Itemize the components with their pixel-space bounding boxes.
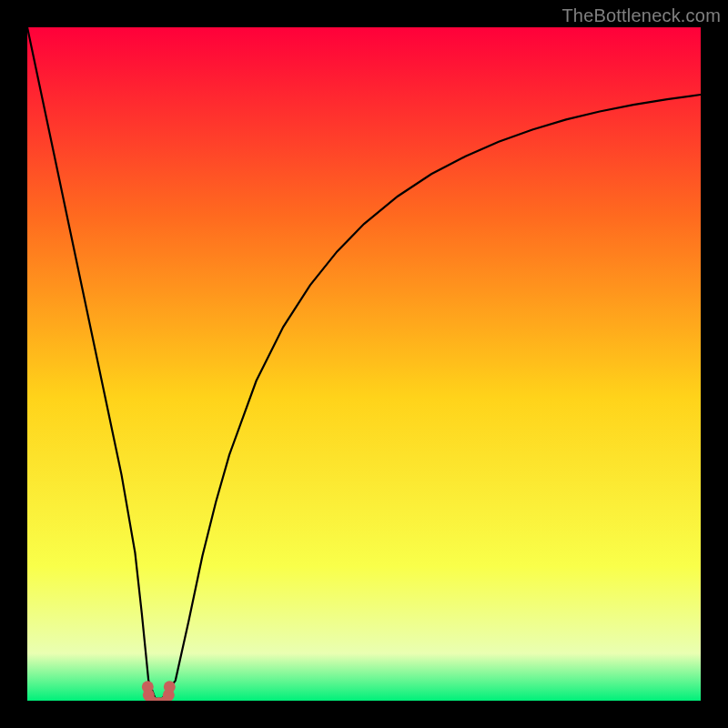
plot-area	[27, 27, 701, 701]
chart-svg	[27, 27, 701, 701]
chart-frame: TheBottleneck.com	[0, 0, 728, 728]
gradient-background	[27, 27, 701, 701]
watermark-text: TheBottleneck.com	[561, 5, 721, 26]
svg-point-6	[164, 681, 176, 693]
